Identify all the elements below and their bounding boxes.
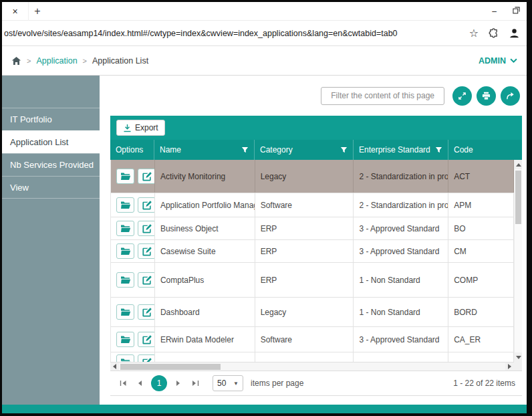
last-page-button[interactable] (188, 376, 203, 391)
filter-icon[interactable] (435, 146, 442, 154)
sidebar-item-nb-services-provided[interactable]: Nb Services Provided (2, 153, 100, 176)
scrollbar-corner (514, 362, 522, 371)
filter-icon[interactable] (340, 146, 348, 154)
next-page-button[interactable] (171, 376, 186, 391)
edit-button[interactable] (138, 272, 155, 288)
category-cell: ERP (255, 217, 354, 239)
print-button[interactable] (477, 86, 496, 106)
edit-button[interactable] (138, 197, 155, 213)
horizontal-scroll-thumb[interactable] (120, 364, 221, 370)
enterprise-standard-cell: 1 - Non Standard (354, 298, 448, 326)
restore-icon (513, 7, 520, 14)
table-body: Activity MonitoringLegacy2 - Standardiza… (110, 160, 514, 362)
admin-label: ADMIN (479, 56, 506, 66)
window-minimize-button[interactable]: – (492, 7, 497, 15)
browser-tab[interactable]: × (2, 2, 29, 21)
table-row[interactable]: ComptaPlusERP1 - Non StandardCOMP (111, 263, 514, 298)
sidebar-item-it-portfolio[interactable]: IT Portfolio (2, 108, 100, 130)
open-folder-button[interactable] (116, 272, 134, 288)
application-grid: Export OptionsNameCategoryEnterprise Sta… (110, 116, 522, 396)
share-button[interactable] (501, 86, 520, 106)
horizontal-scroll-track[interactable] (119, 362, 505, 371)
column-header-name[interactable]: Name (154, 140, 255, 160)
tab-close-icon[interactable]: × (12, 6, 17, 17)
options-cell (111, 160, 155, 193)
page-size-select[interactable]: 50 ▼ (213, 375, 243, 391)
vertical-scroll-track[interactable] (515, 169, 522, 352)
edit-button[interactable] (138, 332, 155, 347)
open-folder-button[interactable] (116, 354, 134, 362)
sidebar-item-application-list[interactable]: Application List (2, 130, 100, 153)
first-page-button[interactable] (116, 376, 130, 391)
code-cell: BORD (448, 298, 514, 326)
scroll-down-arrow[interactable] (515, 352, 522, 362)
extensions-icon[interactable] (489, 28, 499, 38)
share-icon (506, 92, 515, 100)
scroll-up-arrow[interactable] (515, 160, 522, 169)
page-filter-input[interactable]: Filter the content of this page (321, 87, 444, 105)
code-cell (448, 352, 514, 362)
window-controls: – (492, 7, 527, 15)
column-header-options[interactable]: Options (110, 140, 154, 160)
edit-button[interactable] (138, 221, 155, 236)
vertical-scroll-thumb[interactable] (515, 171, 521, 224)
download-icon (123, 124, 132, 132)
print-icon (482, 92, 491, 100)
code-cell: APM (448, 193, 514, 217)
home-icon[interactable] (11, 56, 21, 66)
scroll-right-arrow[interactable] (505, 362, 514, 371)
table-row[interactable]: Application Portfolio ManagerSoftware2 -… (111, 193, 514, 217)
profile-icon[interactable] (509, 27, 520, 39)
column-header-category[interactable]: Category (255, 140, 354, 160)
table-scroll-area: Activity MonitoringLegacy2 - Standardiza… (110, 160, 522, 362)
column-header-enterprise-standard[interactable]: Enterprise Standard (354, 140, 448, 160)
open-folder-button[interactable] (116, 243, 134, 259)
open-folder-button[interactable] (116, 169, 134, 184)
window-restore-button[interactable] (513, 7, 520, 15)
table-row[interactable]: DashboardLegacy1 - Non StandardBORD (111, 298, 514, 327)
edit-button[interactable] (138, 169, 155, 184)
column-header-code[interactable]: Code (448, 140, 514, 160)
table-row[interactable]: ERwin Data ModelerSoftware3 - Approved S… (111, 327, 514, 352)
table-row[interactable]: Activity MonitoringLegacy2 - Standardiza… (111, 160, 514, 193)
expand-button[interactable] (452, 86, 472, 106)
open-folder-button[interactable] (116, 332, 134, 347)
new-tab-button[interactable]: + (29, 5, 46, 17)
previous-page-button[interactable] (132, 376, 147, 391)
table-header: OptionsNameCategoryEnterprise StandardCo… (110, 140, 522, 160)
open-folder-button[interactable] (116, 221, 134, 236)
table-row[interactable]: Business ObjectERP3 - Approved StandardB… (111, 217, 514, 240)
table-row[interactable]: Casewise SuiteERP3 - Approved StandardCM (111, 240, 514, 263)
expand-icon (458, 92, 467, 100)
open-folder-button[interactable] (116, 197, 134, 213)
grid-toolbar: Export (110, 116, 522, 140)
name-cell: Dashboard (155, 298, 255, 326)
open-folder-button[interactable] (116, 304, 134, 320)
name-cell: ERwin Data Modeler (155, 327, 255, 352)
enterprise-standard-cell: 2 - Standardization in progress (354, 193, 448, 217)
export-button[interactable]: Export (116, 120, 165, 136)
url-text[interactable]: ost/evolve/sites/easamp14/index.html#/cw… (4, 29, 462, 38)
vertical-scrollbar[interactable] (514, 160, 522, 362)
filter-icon[interactable] (241, 146, 249, 154)
edit-button[interactable] (138, 354, 155, 362)
bookmark-star-icon[interactable]: ☆ (469, 28, 479, 39)
address-bar: ost/evolve/sites/easamp14/index.html#/cw… (2, 21, 527, 46)
breadcrumb-application[interactable]: Application (36, 56, 77, 66)
sidebar-item-view[interactable]: View (2, 176, 100, 199)
edit-button[interactable] (138, 304, 155, 320)
options-cell (111, 263, 155, 297)
options-cell (111, 193, 155, 217)
breadcrumb: > Application > Application List ADMIN (2, 46, 527, 76)
browser-tab-strip: × + – (2, 2, 527, 21)
code-cell: CA_ER (448, 327, 514, 352)
category-cell: ERP (255, 240, 354, 262)
table-row-partial[interactable] (111, 352, 514, 362)
edit-button[interactable] (138, 243, 155, 259)
current-page-badge[interactable]: 1 (151, 375, 167, 391)
footer-accent-bar (2, 405, 527, 413)
horizontal-scrollbar[interactable] (110, 362, 514, 371)
admin-menu[interactable]: ADMIN (479, 56, 517, 66)
enterprise-standard-cell (354, 352, 448, 362)
scroll-left-arrow[interactable] (110, 362, 119, 371)
